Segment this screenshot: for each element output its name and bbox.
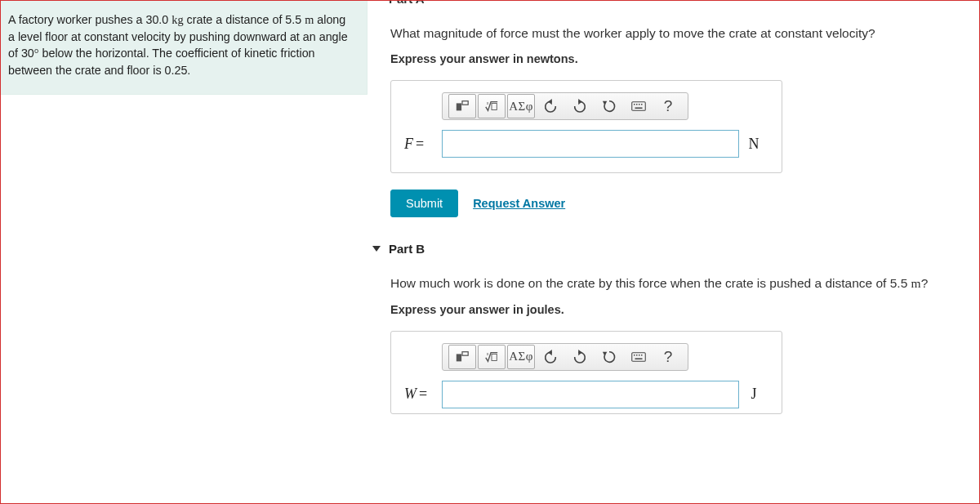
variable-label: F= [404, 136, 442, 153]
radical-button[interactable]: x [478, 94, 506, 118]
redo-button[interactable] [566, 345, 594, 369]
template-picker-button[interactable] [448, 345, 476, 369]
radical-button[interactable]: x [478, 345, 506, 369]
part-b-question: How much work is done on the crate by th… [390, 274, 964, 292]
caret-down-icon [372, 246, 381, 252]
part-b-answer-input[interactable] [442, 381, 739, 408]
request-answer-link[interactable]: Request Answer [473, 197, 565, 210]
svg-rect-0 [457, 104, 461, 111]
part-b-label: Part B [389, 242, 425, 256]
svg-rect-5 [634, 104, 635, 105]
keyboard-button[interactable] [625, 345, 653, 369]
svg-rect-2 [492, 104, 497, 110]
part-a-instruction: Express your answer in newtons. [390, 52, 964, 65]
part-b-unit: J [739, 386, 768, 403]
part-b-answer-box: x ΑΣφ ? [390, 331, 782, 414]
part-a-unit: N [739, 136, 768, 153]
svg-rect-7 [639, 104, 640, 105]
formula-toolbar: x ΑΣφ ? [442, 343, 688, 371]
submit-button[interactable]: Submit [390, 190, 458, 217]
part-a-answer-input[interactable] [442, 130, 739, 158]
part-b-instruction: Express your answer in joules. [390, 303, 964, 316]
keyboard-button[interactable] [625, 94, 653, 118]
reset-button[interactable] [595, 345, 623, 369]
svg-rect-18 [641, 355, 643, 356]
formula-toolbar: x ΑΣφ ? [442, 92, 688, 120]
template-picker-button[interactable] [448, 94, 476, 118]
part-a-label: Part A [389, 0, 425, 6]
help-button[interactable]: ? [654, 94, 682, 118]
svg-rect-10 [457, 354, 461, 361]
redo-button[interactable] [566, 94, 594, 118]
svg-text:x: x [487, 100, 489, 105]
svg-rect-9 [635, 108, 643, 109]
svg-rect-17 [639, 355, 640, 356]
svg-rect-4 [632, 102, 646, 111]
problem-statement: A factory worker pushes a 30.0 kg crate … [0, 0, 368, 95]
variable-label: W= [404, 386, 442, 403]
svg-rect-6 [636, 104, 638, 105]
part-a-header[interactable]: Part A [372, 0, 964, 6]
svg-rect-14 [632, 352, 646, 361]
svg-rect-8 [641, 104, 643, 105]
svg-text:x: x [487, 351, 489, 356]
part-a-answer-box: x ΑΣφ ? F= N [390, 80, 782, 173]
part-a-question: What magnitude of force must the worker … [390, 24, 964, 42]
undo-button[interactable] [537, 345, 564, 369]
help-button[interactable]: ? [654, 345, 682, 369]
part-b-header[interactable]: Part B [372, 242, 964, 256]
svg-rect-19 [635, 358, 643, 359]
svg-rect-1 [462, 101, 468, 105]
greek-button[interactable]: ΑΣφ [507, 94, 535, 118]
reset-button[interactable] [595, 94, 623, 118]
undo-button[interactable] [537, 94, 564, 118]
svg-rect-11 [462, 351, 468, 355]
svg-rect-12 [492, 354, 497, 360]
greek-button[interactable]: ΑΣφ [507, 345, 535, 369]
svg-rect-16 [636, 355, 638, 356]
svg-rect-15 [634, 355, 635, 356]
